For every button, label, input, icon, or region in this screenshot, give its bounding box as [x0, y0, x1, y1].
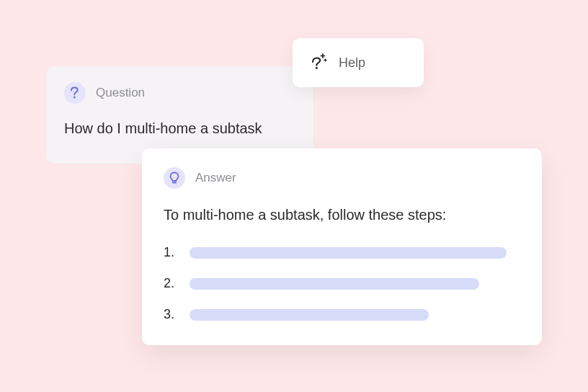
answer-steps-list: 1. 2. 3.	[164, 245, 520, 322]
skeleton-bar	[190, 278, 479, 290]
help-button-label: Help	[339, 55, 365, 71]
list-item: 3.	[164, 307, 520, 322]
help-button[interactable]: Help	[293, 38, 424, 87]
svg-point-0	[316, 67, 318, 69]
answer-card: Answer To multi-home a subtask, follow t…	[142, 148, 542, 345]
question-card-header: Question	[64, 82, 296, 104]
svg-point-1	[74, 97, 76, 99]
answer-intro-text: To multi-home a subtask, follow these st…	[164, 205, 520, 225]
question-header-label: Question	[96, 86, 145, 100]
sparkle-question-icon	[308, 52, 327, 74]
answer-header-label: Answer	[195, 171, 236, 185]
step-number: 2.	[164, 276, 175, 291]
question-text: How do I multi-home a subtask	[64, 118, 296, 138]
step-number: 3.	[164, 307, 175, 322]
skeleton-bar	[190, 309, 429, 321]
question-mark-icon	[64, 82, 86, 104]
skeleton-bar	[190, 247, 507, 259]
answer-card-header: Answer	[164, 167, 520, 189]
list-item: 1.	[164, 245, 520, 260]
lightbulb-icon	[164, 167, 185, 189]
step-number: 1.	[164, 245, 175, 260]
list-item: 2.	[164, 276, 520, 291]
